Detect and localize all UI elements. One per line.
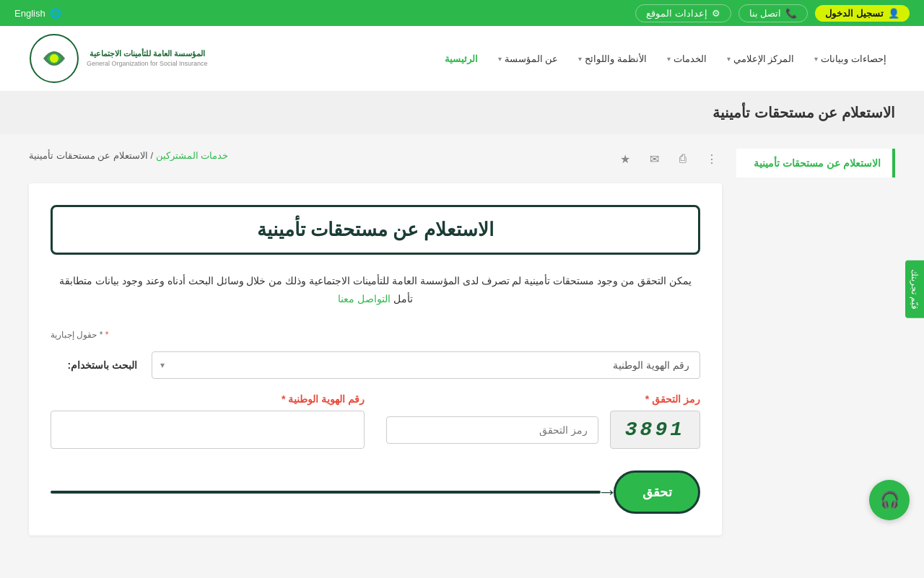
submit-line: [51, 491, 601, 494]
toolbar-icons: ⋮ ⎙ ✉ ★: [615, 149, 722, 169]
nav-services[interactable]: الخدمات ▾: [658, 48, 715, 70]
required-asterisk: *: [103, 330, 108, 340]
breadcrumb-current: الاستعلام عن مستحقات تأمينية: [29, 150, 148, 161]
nav-about[interactable]: عن المؤسسة ▾: [489, 48, 567, 70]
search-type-select[interactable]: رقم الهوية الوطنية: [152, 351, 700, 379]
support-button[interactable]: 🎧: [869, 480, 910, 520]
share-icon[interactable]: ⋮: [702, 149, 722, 169]
breadcrumb-separator: /: [148, 150, 153, 161]
main-nav: إحصاءات وبيانات ▾ المركز الإعلامي ▾ الخد…: [436, 48, 896, 70]
breadcrumb: خدمات المشتركين / الاستعلام عن مستحقات ت…: [29, 150, 228, 161]
logo-text-en: General Organization for Social Insuranc…: [87, 59, 208, 69]
bookmark-icon[interactable]: ★: [615, 149, 635, 169]
main-layout: الاستعلام عن مستحقات تأمينية ⋮ ⎙ ✉ ★ خدم…: [0, 134, 924, 550]
contact-button[interactable]: 📞 اتصل بنا: [738, 4, 808, 22]
top-bar: 👤 تسجيل الدخول 📞 اتصل بنا ⚙ إعدادات المو…: [0, 0, 924, 26]
required-note: * * حقول إجبارية: [51, 330, 700, 340]
captcha-input[interactable]: [386, 416, 598, 444]
captcha-image: 3891: [610, 411, 700, 449]
submit-button[interactable]: تحقق: [642, 484, 672, 500]
search-type-select-wrap: رقم الهوية الوطنية ▾: [152, 351, 700, 379]
nav-home[interactable]: الرئيسية: [436, 48, 487, 70]
print-icon[interactable]: ⎙: [673, 149, 693, 169]
chevron-down-icon: ▾: [498, 55, 502, 63]
id-col: رقم الهوية الوطنية *: [51, 393, 365, 449]
user-icon: 👤: [888, 8, 899, 19]
captcha-label: رمز التحقق *: [386, 393, 700, 405]
search-label: البحث باستخدام:: [51, 359, 137, 371]
logo: المؤسسة العامة للتأمينات الاجتماعية Gene…: [29, 33, 208, 84]
side-tab[interactable]: قيّم تجربتك: [905, 260, 924, 318]
chevron-down-icon: ▾: [578, 55, 582, 63]
chevron-down-icon: ▾: [727, 55, 731, 63]
nav-stats[interactable]: إحصاءات وبيانات ▾: [806, 48, 895, 70]
chevron-down-icon: ▾: [667, 55, 671, 63]
nav-regulations[interactable]: الأنظمة واللوائح ▾: [570, 48, 655, 70]
logo-text-ar: المؤسسة العامة للتأمينات الاجتماعية: [87, 48, 208, 59]
submit-circle[interactable]: تحقق: [614, 470, 700, 514]
id-label: رقم الهوية الوطنية *: [51, 393, 365, 405]
captcha-required-mark: *: [645, 393, 649, 405]
card-title: الاستعلام عن مستحقات تأمينية: [74, 219, 676, 241]
captcha-col: رمز التحقق * 3891: [386, 393, 700, 449]
email-icon[interactable]: ✉: [644, 149, 664, 169]
svg-point-1: [50, 54, 58, 63]
content-area: ⋮ ⎙ ✉ ★ خدمات المشتركين / الاستعلام عن م…: [29, 149, 722, 535]
main-card: الاستعلام عن مستحقات تأمينية يمكن التحقق…: [29, 183, 722, 535]
submit-section: تحقق →: [51, 470, 700, 514]
id-input[interactable]: [51, 411, 365, 449]
id-required-mark: *: [282, 393, 285, 405]
language-button[interactable]: 🌐 English: [14, 8, 61, 19]
logo-image: [29, 33, 79, 84]
header: إحصاءات وبيانات ▾ المركز الإعلامي ▾ الخد…: [0, 26, 924, 91]
headset-icon: 🎧: [880, 491, 899, 509]
gear-icon: ⚙: [712, 8, 720, 19]
chevron-down-icon: ▾: [814, 55, 818, 63]
sidebar: الاستعلام عن مستحقات تأمينية: [736, 149, 895, 535]
card-title-box: الاستعلام عن مستحقات تأمينية: [51, 205, 700, 255]
nav-media[interactable]: المركز الإعلامي ▾: [718, 48, 803, 70]
form-two-col: رمز التحقق * 3891 رقم الهوية الوطنية *: [51, 393, 700, 449]
breadcrumb-home[interactable]: خدمات المشتركين: [156, 150, 229, 161]
search-type-row: رقم الهوية الوطنية ▾ البحث باستخدام:: [51, 351, 700, 379]
page-title-bar: الاستعلام عن مستحقات تأمينية: [0, 91, 924, 134]
page-title: الاستعلام عن مستحقات تأمينية: [29, 104, 895, 121]
globe-icon: 🌐: [50, 8, 61, 19]
register-button[interactable]: 👤 تسجيل الدخول: [815, 5, 910, 22]
description: يمكن التحقق من وجود مستحقات تأمينية لم ت…: [51, 272, 700, 308]
settings-button[interactable]: ⚙ إعدادات الموقع: [635, 4, 731, 22]
contact-link[interactable]: التواصل معنا: [338, 293, 391, 305]
captcha-area: 3891: [386, 411, 700, 449]
sidebar-item-insurance[interactable]: الاستعلام عن مستحقات تأمينية: [736, 149, 895, 178]
phone-icon: 📞: [785, 8, 797, 19]
